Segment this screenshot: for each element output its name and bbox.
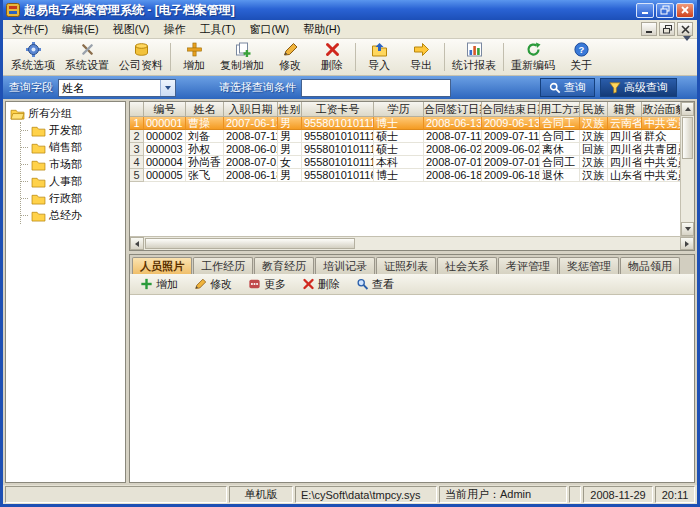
- folder-icon: [31, 142, 46, 154]
- menu-item-1[interactable]: 编辑(E): [55, 20, 106, 39]
- table-cell: 汉族: [580, 156, 608, 169]
- table-cell: 中共党员: [642, 169, 680, 182]
- mdi-close-button[interactable]: [677, 22, 693, 36]
- tree-item-4[interactable]: 行政部: [21, 190, 125, 207]
- table-cell: 女: [278, 156, 302, 169]
- column-header-5[interactable]: 学历: [374, 102, 424, 117]
- toolbar-overflow-chevron[interactable]: [680, 39, 694, 58]
- menu-item-6[interactable]: 帮助(H): [296, 20, 347, 39]
- table-row-2[interactable]: 3000003孙权2008-06-02男955801010111硕士2008-0…: [130, 143, 680, 156]
- tree-item-3[interactable]: 人事部: [21, 173, 125, 190]
- close-button[interactable]: [676, 3, 694, 18]
- tab-1[interactable]: 工作经历: [193, 257, 253, 274]
- toolbar-button-settings[interactable]: 系统设置: [60, 40, 114, 74]
- menu-item-0[interactable]: 文件(F): [5, 20, 55, 39]
- tree-item-label: 市场部: [49, 157, 82, 172]
- table-cell: 四川省: [608, 156, 642, 169]
- table-cell: 2008-06-18: [224, 169, 278, 182]
- tab-8[interactable]: 物品领用: [620, 257, 680, 274]
- tree-item-0[interactable]: 开发部: [21, 122, 125, 139]
- column-header-6[interactable]: 合同签订日期: [424, 102, 482, 117]
- table-cell: 中共党员: [642, 117, 680, 130]
- detail-button-add-green[interactable]: 增加: [133, 275, 185, 294]
- scroll-down-button[interactable]: [681, 222, 694, 236]
- chevron-down-icon[interactable]: [160, 80, 175, 96]
- detail-button-view[interactable]: 查看: [349, 275, 401, 294]
- horizontal-scrollbar[interactable]: [130, 236, 694, 250]
- tab-5[interactable]: 社会关系: [437, 257, 497, 274]
- table-row-4[interactable]: 5000005张飞2008-06-18男955801010116博士2008-0…: [130, 169, 680, 182]
- query-field-combobox[interactable]: 姓名: [58, 79, 176, 97]
- restore-button[interactable]: [656, 3, 674, 18]
- menu-item-2[interactable]: 视图(V): [106, 20, 157, 39]
- table-cell: 000004: [144, 156, 186, 169]
- mdi-minimize-button[interactable]: [641, 22, 657, 36]
- tab-6[interactable]: 考评管理: [498, 257, 558, 274]
- tab-2[interactable]: 教育经历: [254, 257, 314, 274]
- column-header-7[interactable]: 合同结束日期: [482, 102, 540, 117]
- toolbar-button-add[interactable]: 增加: [173, 40, 215, 74]
- column-header-4[interactable]: 工资卡号: [302, 102, 374, 117]
- toolbar-button-about[interactable]: ?关于: [560, 40, 602, 74]
- tree-item-1[interactable]: 销售部: [21, 139, 125, 156]
- tree-root-label: 所有分组: [28, 106, 72, 121]
- vertical-scroll-thumb[interactable]: [682, 117, 693, 159]
- column-header-9[interactable]: 民族: [580, 102, 608, 117]
- toolbar-separator: [355, 43, 356, 71]
- search-icon: [549, 82, 561, 94]
- toolbar-button-delete[interactable]: 删除: [311, 40, 353, 74]
- main-area: 所有分组 开发部销售部市场部人事部行政部总经办 编号姓名入职日期性别工资卡号学历…: [3, 99, 697, 485]
- detail-button-delete[interactable]: 删除: [295, 275, 347, 294]
- tree-item-2[interactable]: 市场部: [21, 156, 125, 173]
- vertical-scrollbar[interactable]: [680, 102, 694, 236]
- menu-item-4[interactable]: 工具(T): [192, 20, 242, 39]
- table-cell: 955801010111: [302, 130, 374, 143]
- detail-button-edit[interactable]: 修改: [187, 275, 239, 294]
- query-condition-input[interactable]: [301, 79, 451, 97]
- table-cell: 本科: [374, 156, 424, 169]
- tab-7[interactable]: 奖惩管理: [559, 257, 619, 274]
- table-row-1[interactable]: 2000002刘备2008-07-11男955801010111硕士2008-0…: [130, 130, 680, 143]
- tree-root-all-groups[interactable]: 所有分组: [10, 105, 125, 122]
- column-header-3[interactable]: 性别: [278, 102, 302, 117]
- query-field-value: 姓名: [59, 80, 160, 96]
- tab-3[interactable]: 培训记录: [315, 257, 375, 274]
- table-cell: 2009-06-02: [482, 143, 540, 156]
- tab-4[interactable]: 证照列表: [376, 257, 436, 274]
- toolbar-button-edit[interactable]: 修改: [269, 40, 311, 74]
- toolbar-button-import[interactable]: 导入: [358, 40, 400, 74]
- table-row-3[interactable]: 4000004孙尚香2008-07-01女955801010111本科2008-…: [130, 156, 680, 169]
- toolbar-button-options[interactable]: 系统选项: [6, 40, 60, 74]
- column-header-11[interactable]: 政治面貌: [642, 102, 680, 117]
- delete-icon: [302, 278, 315, 290]
- table-cell: 2008-07-01: [224, 156, 278, 169]
- toolbar-button-export[interactable]: 导出: [400, 40, 442, 74]
- column-header-8[interactable]: 用工方式: [540, 102, 580, 117]
- tab-0[interactable]: 人员照片: [132, 257, 192, 274]
- menu-item-5[interactable]: 窗口(W): [242, 20, 296, 39]
- detail-button-more[interactable]: 更多: [241, 275, 293, 294]
- horizontal-scroll-thumb[interactable]: [145, 238, 355, 249]
- mdi-restore-button[interactable]: [659, 22, 675, 36]
- table-cell: 2008-06-02: [424, 143, 482, 156]
- column-header-2[interactable]: 入职日期: [224, 102, 278, 117]
- column-header-0[interactable]: 编号: [144, 102, 186, 117]
- advanced-search-button[interactable]: 高级查询: [600, 78, 677, 97]
- table-row-0[interactable]: 1000001曹操2007-06-13男955801010111博士2008-0…: [130, 117, 680, 130]
- column-header-1[interactable]: 姓名: [186, 102, 224, 117]
- scroll-right-button[interactable]: [680, 237, 694, 250]
- column-header-10[interactable]: 籍贯: [608, 102, 642, 117]
- toolbar-button-copy-add[interactable]: 复制增加: [215, 40, 269, 74]
- scroll-up-button[interactable]: [681, 102, 694, 116]
- minimize-button[interactable]: [636, 3, 654, 18]
- menu-item-3[interactable]: 操作: [156, 20, 192, 39]
- search-button[interactable]: 查询: [540, 78, 595, 97]
- table-cell: 汉族: [580, 169, 608, 182]
- scroll-left-button[interactable]: [130, 237, 144, 250]
- edit-icon: [194, 278, 207, 290]
- toolbar-button-company[interactable]: 公司资料: [114, 40, 168, 74]
- tree-item-5[interactable]: 总经办: [21, 207, 125, 224]
- table-cell: 000005: [144, 169, 186, 182]
- toolbar-button-recode[interactable]: 重新编码: [506, 40, 560, 74]
- toolbar-button-report[interactable]: 统计报表: [447, 40, 501, 74]
